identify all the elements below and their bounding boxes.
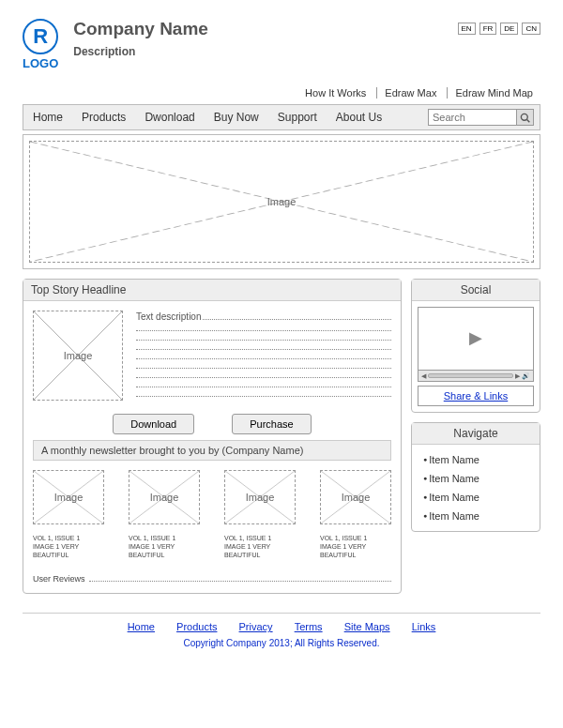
nav-download[interactable]: Dwonload <box>141 109 198 126</box>
company-name: Company Name <box>73 19 208 39</box>
thumb-4[interactable]: Image VOL 1, ISSUE 1IMAGE 1 VERYBEAUTIFU… <box>320 470 391 559</box>
volume-icon[interactable]: 🔊 <box>522 372 530 380</box>
nav-products[interactable]: Products <box>78 109 129 126</box>
story-image-placeholder: Image <box>33 311 123 401</box>
social-panel: Social ▶ ◀ ▶ 🔊 Share & Links <box>411 279 540 413</box>
footer-link-terms[interactable]: Terms <box>295 621 323 632</box>
newsletter-heading: A monthly newsletter brought to you by (… <box>33 440 391 461</box>
logo-icon: R <box>23 19 58 54</box>
search-button[interactable] <box>517 109 534 126</box>
nav-about-us[interactable]: About Us <box>332 109 386 126</box>
user-reviews: User Reviews <box>33 572 391 584</box>
newsletter-thumbs: Image VOL 1, ISSUE 1IMAGE 1 VERYBEAUTIFU… <box>33 470 391 559</box>
share-links-box: Share & Links <box>418 386 534 406</box>
thumb-2-image: Image <box>129 470 200 524</box>
search-input[interactable] <box>428 109 517 126</box>
header-link-how-it-works[interactable]: How It Works <box>297 87 373 99</box>
footer-link-privacy[interactable]: Privacy <box>239 621 273 632</box>
seek-prev-icon[interactable]: ◀ <box>421 372 426 380</box>
navigate-panel: Navigate Item Name Item Name Item Name I… <box>411 422 540 532</box>
video-progress[interactable] <box>428 373 513 378</box>
nav-home[interactable]: Home <box>29 109 67 126</box>
navigate-item-2[interactable]: Item Name <box>421 469 530 488</box>
thumb-4-image: Image <box>320 470 391 524</box>
story-text: Text description <box>136 311 391 401</box>
thumb-3[interactable]: Image VOL 1, ISSUE 1IMAGE 1 VERYBEAUTIFU… <box>224 470 296 559</box>
thumb-1-image: Image <box>33 470 104 524</box>
nav-buy-now[interactable]: Buy Now <box>210 109 263 126</box>
header-link-edraw-max[interactable]: Edraw Max <box>376 87 444 99</box>
footer-link-links[interactable]: Links <box>412 621 436 632</box>
header-links: How It Works Edraw Max Edraw Mind Map <box>23 87 540 99</box>
video-player[interactable]: ▶ ◀ ▶ 🔊 <box>418 307 534 382</box>
social-heading: Social <box>412 280 540 301</box>
footer-link-home[interactable]: Home <box>128 621 155 632</box>
download-button[interactable]: Download <box>113 414 194 434</box>
header: R LOGO Company Name Description EN FR DE… <box>23 19 540 70</box>
lang-en[interactable]: EN <box>458 23 476 35</box>
play-icon: ▶ <box>469 327 482 348</box>
main-nav: Home Products Dwonload Buy Now Support A… <box>23 104 540 130</box>
navigate-item-1[interactable]: Item Name <box>421 450 530 469</box>
company-description: Description <box>73 45 208 58</box>
footer-link-products[interactable]: Products <box>176 621 217 632</box>
hero-image-label: Image <box>267 196 297 207</box>
navigate-heading: Navigate <box>412 423 540 445</box>
search-box <box>428 109 534 126</box>
lang-de[interactable]: DE <box>500 23 518 35</box>
footer: Home Products Privacy Terms Site Maps Li… <box>23 613 540 648</box>
search-icon <box>520 113 530 123</box>
nav-support[interactable]: Support <box>274 109 321 126</box>
language-picker: EN FR DE CN <box>458 23 540 35</box>
svg-line-1 <box>527 119 530 122</box>
lang-cn[interactable]: CN <box>522 23 540 35</box>
seek-next-icon[interactable]: ▶ <box>515 372 520 380</box>
top-story-panel: Top Story Headline Image Text descriptio… <box>23 279 402 594</box>
navigate-item-4[interactable]: Item Name <box>421 507 530 525</box>
copyright: Copyright Company 2013; All Rights Reser… <box>23 638 540 648</box>
navigate-item-3[interactable]: Item Name <box>421 488 530 507</box>
purchase-button[interactable]: Purchase <box>232 414 311 434</box>
hero-image-placeholder: Image <box>29 141 534 263</box>
svg-point-0 <box>521 114 527 120</box>
thumb-2[interactable]: Image VOL 1, ISSUE 1IMAGE 1 VERYBEAUTIFU… <box>129 470 200 559</box>
share-links-link[interactable]: Share & Links <box>444 390 508 402</box>
footer-link-site-maps[interactable]: Site Maps <box>344 621 390 632</box>
lang-fr[interactable]: FR <box>479 23 497 35</box>
thumb-1[interactable]: Image VOL 1, ISSUE 1IMAGE 1 VERYBEAUTIFU… <box>33 470 104 559</box>
header-link-edraw-mind-map[interactable]: Edraw Mind Map <box>447 87 540 99</box>
logo-text: LOGO <box>23 56 58 70</box>
logo[interactable]: R LOGO <box>23 19 58 70</box>
hero-section: Image <box>23 134 540 269</box>
story-image-label: Image <box>64 350 93 361</box>
top-story-heading: Top Story Headline <box>23 280 401 301</box>
video-controls: ◀ ▶ 🔊 <box>418 370 533 381</box>
thumb-3-image: Image <box>224 470 296 524</box>
